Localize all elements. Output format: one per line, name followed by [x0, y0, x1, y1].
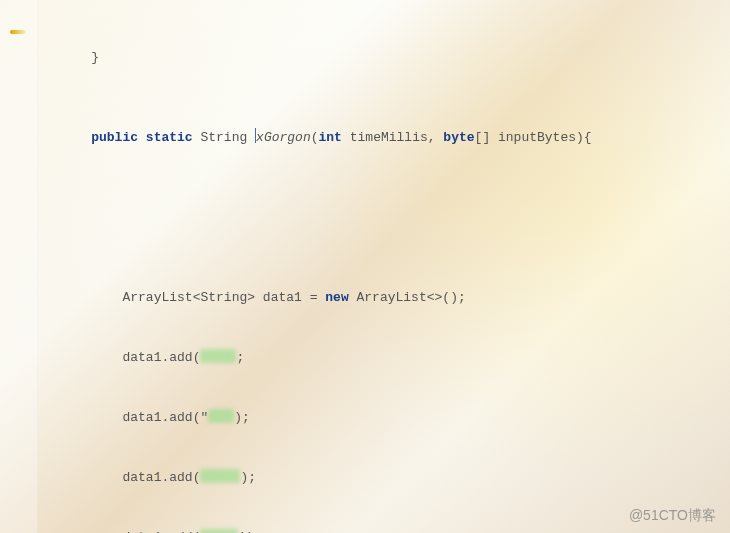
code-line	[60, 208, 722, 228]
gutter-marker-icon	[10, 30, 26, 34]
line-gutter	[0, 0, 38, 533]
code-line: data1.add(');	[60, 528, 722, 533]
keyword-static: static	[146, 130, 193, 145]
keyword-public: public	[91, 130, 138, 145]
param-name: inputBytes	[498, 130, 576, 145]
param-type: byte	[443, 130, 474, 145]
return-type: String	[200, 130, 247, 145]
redacted-block	[208, 409, 234, 423]
code-area[interactable]: } public static String xGorgon(int timeM…	[38, 0, 730, 533]
redacted-block	[200, 349, 236, 363]
code-line: }	[60, 48, 722, 68]
code-line: data1.add(");	[60, 408, 722, 428]
code-line: data1.add();	[60, 468, 722, 488]
redacted-block	[200, 469, 240, 483]
param-type: int	[319, 130, 342, 145]
code-line: data1.add(;	[60, 348, 722, 368]
code-line: ArrayList<String> data1 = new ArrayList<…	[60, 288, 722, 308]
redacted-block	[200, 529, 238, 533]
code-editor[interactable]: } public static String xGorgon(int timeM…	[0, 0, 730, 533]
param-name: timeMillis	[350, 130, 428, 145]
method-signature: public static String xGorgon(int timeMil…	[60, 128, 722, 148]
method-name: xGorgon	[256, 130, 311, 145]
